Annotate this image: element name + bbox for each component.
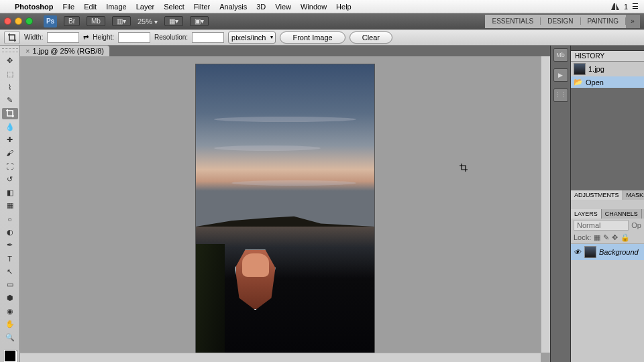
- 3d-tool[interactable]: ⬢: [2, 292, 18, 304]
- menu-edit[interactable]: Edit: [84, 3, 97, 11]
- width-input[interactable]: [47, 32, 79, 43]
- minimize-window-button[interactable]: [15, 17, 22, 25]
- history-panel-tab[interactable]: HISTORY: [571, 51, 644, 62]
- menu-3d[interactable]: 3D: [256, 3, 266, 11]
- workspace-more-icon[interactable]: »: [626, 15, 640, 28]
- history-action-label: Open: [586, 78, 604, 86]
- lock-label: Lock:: [574, 233, 591, 241]
- front-image-button[interactable]: Front Image: [280, 32, 345, 44]
- workspace-painting[interactable]: PAINTING: [581, 17, 626, 25]
- menu-view[interactable]: View: [275, 3, 291, 11]
- lock-pixels-icon[interactable]: ▦: [594, 233, 600, 242]
- eraser-tool[interactable]: ◧: [2, 186, 18, 198]
- options-bar: Width: ⇄ Height: Resolution: pixels/inch…: [0, 29, 644, 46]
- pen-tool[interactable]: ✒: [2, 239, 18, 251]
- masks-tab[interactable]: MASKS: [623, 190, 644, 200]
- crop-tool[interactable]: [2, 108, 18, 120]
- menu-analysis[interactable]: Analysis: [219, 3, 247, 11]
- lock-row: Lock: ▦ ✎ ✥ 🔒: [571, 232, 644, 244]
- channels-tab[interactable]: CHANNELS: [602, 209, 642, 219]
- layers-tab[interactable]: LAYERS: [571, 209, 602, 219]
- adjustments-tab[interactable]: ADJUSTMENTS: [571, 190, 623, 200]
- adjustments-panel: [571, 200, 644, 209]
- menu-layer[interactable]: Layer: [136, 3, 155, 11]
- menu-image[interactable]: Image: [106, 3, 127, 11]
- bridge-button[interactable]: Br: [64, 16, 80, 26]
- menu-window[interactable]: Window: [301, 3, 327, 11]
- palette-grip[interactable]: [2, 48, 18, 52]
- lock-brush-icon[interactable]: ✎: [603, 233, 609, 242]
- arrange-button[interactable]: ▣▾: [190, 16, 209, 26]
- canvas[interactable]: [20, 56, 550, 362]
- tools-palette: ✥ ⬚ ⌇ ✎ 💧 ✚ 🖌 ⛶ ↺ ◧ ▦ ○ ◐ ✒ T ↖ ▭ ⬢ ◉ ✋ …: [0, 46, 20, 362]
- healing-tool[interactable]: ✚: [2, 134, 18, 146]
- view-docs-button[interactable]: ▥▾: [112, 16, 131, 26]
- marquee-tool[interactable]: ⬚: [2, 68, 18, 80]
- close-tab-icon[interactable]: ×: [25, 47, 30, 55]
- workspace-essentials[interactable]: ESSENTIALS: [485, 17, 541, 25]
- menu-file[interactable]: File: [62, 3, 74, 11]
- move-tool[interactable]: ✥: [2, 55, 18, 67]
- quick-select-tool[interactable]: ✎: [2, 95, 18, 107]
- visibility-icon[interactable]: 👁: [574, 248, 582, 256]
- panels-column: HISTORY 1.jpg 📂 Open ADJUSTMENTS MASKS L…: [570, 46, 644, 362]
- color-swatch[interactable]: [4, 350, 16, 362]
- path-tool[interactable]: ↖: [2, 265, 18, 278]
- presets-dock-icon[interactable]: ⋮⋮: [553, 88, 568, 102]
- screen-mode-button[interactable]: ▦▾: [164, 16, 183, 26]
- vertical-scrollbar[interactable]: [541, 56, 550, 353]
- history-source[interactable]: 1.jpg: [571, 62, 644, 76]
- crop-tool-indicator[interactable]: [4, 31, 20, 44]
- blend-mode-select[interactable]: Normal: [574, 220, 629, 231]
- history-brush-tool[interactable]: ↺: [2, 174, 18, 186]
- height-label: Height:: [93, 34, 114, 41]
- document-tab-bar: × 1.jpg @ 25% (RGB/8): [20, 46, 550, 56]
- height-input[interactable]: [118, 32, 150, 43]
- units-select[interactable]: pixels/inch: [228, 32, 276, 44]
- width-label: Width:: [24, 34, 43, 41]
- zoom-window-button[interactable]: [25, 17, 33, 25]
- layers-empty-area: [571, 260, 644, 363]
- minibridge-dock-icon[interactable]: Mb: [553, 48, 568, 62]
- blur-tool[interactable]: ○: [2, 213, 18, 225]
- adobe-icon: [610, 3, 620, 11]
- actions-dock-icon[interactable]: ▶: [553, 68, 568, 82]
- menu-help[interactable]: Help: [336, 3, 352, 11]
- document-image[interactable]: [196, 64, 374, 354]
- minibridge-button[interactable]: Mb: [87, 16, 105, 26]
- layer-options-row: Normal Op: [571, 219, 644, 232]
- swap-icon[interactable]: ⇄: [83, 34, 89, 41]
- zoom-tool[interactable]: 🔍: [2, 332, 18, 344]
- workspace-design[interactable]: DESIGN: [541, 17, 580, 25]
- resolution-input[interactable]: [192, 32, 224, 43]
- lock-all-icon[interactable]: 🔒: [621, 233, 630, 242]
- horizontal-scrollbar[interactable]: [20, 353, 541, 362]
- layer-background[interactable]: 👁 Background: [571, 244, 644, 260]
- gradient-tool[interactable]: ▦: [2, 200, 18, 212]
- shape-tool[interactable]: ▭: [2, 279, 18, 291]
- close-window-button[interactable]: [4, 17, 11, 25]
- dodge-tool[interactable]: ◐: [2, 226, 18, 238]
- menu-select[interactable]: Select: [164, 3, 184, 11]
- type-tool[interactable]: T: [2, 253, 18, 265]
- brush-tool[interactable]: 🖌: [2, 147, 18, 160]
- lasso-tool[interactable]: ⌇: [2, 81, 18, 93]
- history-step-open[interactable]: 📂 Open: [571, 76, 644, 88]
- stamp-tool[interactable]: ⛶: [2, 160, 18, 172]
- window-controls: [4, 17, 33, 25]
- 3d-camera-tool[interactable]: ◉: [2, 305, 18, 317]
- eyedropper-tool[interactable]: 💧: [2, 121, 18, 133]
- panel-grip[interactable]: [571, 46, 644, 51]
- zoom-level[interactable]: 25% ▾: [138, 17, 158, 25]
- app-name[interactable]: Photoshop: [15, 3, 53, 11]
- hand-tool[interactable]: ✋: [2, 318, 18, 330]
- lock-move-icon[interactable]: ✥: [612, 233, 618, 242]
- menu-extras-icon[interactable]: ☰: [632, 2, 639, 11]
- document-tab[interactable]: × 1.jpg @ 25% (RGB/8): [20, 46, 109, 56]
- history-file-label: 1.jpg: [588, 65, 604, 73]
- menu-filter[interactable]: Filter: [194, 3, 210, 11]
- document-tab-label: 1.jpg @ 25% (RGB/8): [32, 47, 104, 55]
- layers-tabs: LAYERS CHANNELS PATHS: [571, 209, 644, 219]
- canvas-area: × 1.jpg @ 25% (RGB/8): [20, 46, 550, 362]
- clear-button[interactable]: Clear: [350, 32, 392, 44]
